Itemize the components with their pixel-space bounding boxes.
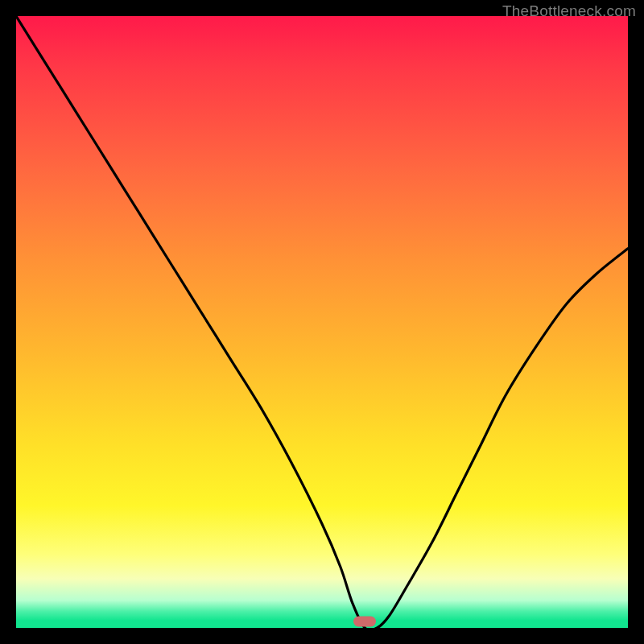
- chart-container: TheBottleneck.com: [0, 0, 644, 644]
- plot-area: [16, 16, 628, 628]
- minimum-marker: [353, 617, 376, 627]
- bottleneck-curve: [16, 16, 628, 628]
